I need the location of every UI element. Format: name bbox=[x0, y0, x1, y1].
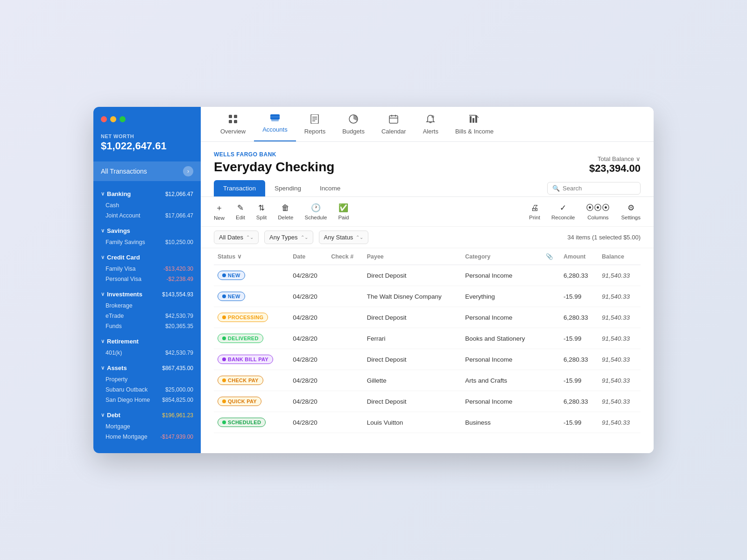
svg-rect-3 bbox=[234, 120, 237, 123]
status-badge: BANK BILL PAY bbox=[218, 355, 273, 364]
sidebar-group-debt[interactable]: Debt $196,961.23 bbox=[93, 409, 201, 421]
nav-item-accounts[interactable]: Accounts bbox=[254, 107, 296, 141]
sidebar-section-savings: Savings Family Savings $10,250.00 bbox=[93, 223, 201, 249]
status-dot-icon bbox=[222, 273, 226, 277]
print-button[interactable]: 🖨 Print bbox=[529, 203, 540, 220]
svg-rect-6 bbox=[270, 117, 280, 117]
sidebar-item-funds-label: Funds bbox=[106, 323, 122, 329]
sidebar-item-home-mortgage[interactable]: Home Mortgage -$147,939.00 bbox=[93, 432, 201, 442]
sidebar-item-family-visa-amount: -$13,420.30 bbox=[163, 266, 193, 272]
cell-amount: 6,280.33 bbox=[560, 391, 598, 412]
sidebar-item-etrade-label: eTrade bbox=[106, 313, 124, 319]
status-dot-icon bbox=[222, 378, 226, 382]
svg-rect-17 bbox=[470, 116, 472, 123]
minimize-button[interactable] bbox=[110, 116, 116, 122]
transaction-table: Status ∨ Date Check # Payee Category 📎 A… bbox=[214, 248, 641, 433]
schedule-label: Schedule bbox=[304, 215, 327, 220]
sidebar-item-cash[interactable]: Cash bbox=[93, 200, 201, 210]
cell-balance: 91,540.33 bbox=[598, 265, 641, 286]
nav-item-bills[interactable]: Bills & Income bbox=[447, 107, 502, 141]
filter-status[interactable]: Any Status ⌃⌄ bbox=[319, 231, 369, 244]
sidebar-section-retirement: Retirement 401(k) $42,530.79 bbox=[93, 333, 201, 360]
edit-button[interactable]: ✎ Edit bbox=[236, 203, 245, 220]
delete-button[interactable]: 🗑 Delete bbox=[278, 203, 293, 220]
nav-item-alerts[interactable]: Alerts bbox=[415, 107, 447, 141]
sidebar-item-mortgage[interactable]: Mortgage bbox=[93, 421, 201, 432]
columns-button[interactable]: ⦿⦿⦿ Columns bbox=[586, 203, 610, 220]
filter-date-label: All Dates bbox=[219, 234, 243, 241]
tab-transaction[interactable]: Transaction bbox=[214, 180, 265, 196]
nav-item-calendar-label: Calendar bbox=[381, 128, 406, 135]
sidebar-group-credit[interactable]: Credit Card bbox=[93, 251, 201, 264]
nav-item-calendar[interactable]: Calendar bbox=[373, 107, 415, 141]
cell-amount: -15.99 bbox=[560, 412, 598, 433]
sidebar-item-subaru[interactable]: Subaru Outback $25,000.00 bbox=[93, 385, 201, 395]
sidebar-item-joint-account-label: Joint Account bbox=[106, 212, 140, 219]
cell-attach bbox=[542, 265, 560, 286]
sidebar-group-banking[interactable]: Banking $12,066.47 bbox=[93, 188, 201, 200]
paid-button[interactable]: ✅ Paid bbox=[338, 203, 349, 220]
sidebar-section-investments: Investments $143,554.93 Brokerage eTrade… bbox=[93, 286, 201, 333]
table-row[interactable]: SCHEDULED 04/28/20 Louis Vuitton Busines… bbox=[214, 412, 641, 433]
cell-date: 04/28/20 bbox=[289, 286, 327, 307]
search-input[interactable] bbox=[563, 185, 635, 192]
svg-rect-5 bbox=[271, 118, 279, 121]
table-row[interactable]: QUICK PAY 04/28/20 Direct Deposit Person… bbox=[214, 391, 641, 412]
sidebar-item-home-label: San Diego Home bbox=[106, 397, 150, 403]
cell-balance: 91,540.33 bbox=[598, 286, 641, 307]
sidebar-item-personal-visa[interactable]: Personal Visa -$2,238.49 bbox=[93, 274, 201, 284]
all-transactions[interactable]: All Transactions › bbox=[93, 161, 201, 181]
sidebar-group-savings-label: Savings bbox=[101, 227, 130, 234]
sidebar-group-investments[interactable]: Investments $143,554.93 bbox=[93, 288, 201, 301]
maximize-button[interactable] bbox=[120, 116, 126, 122]
cell-payee: Louis Vuitton bbox=[363, 412, 462, 433]
nav-item-reports[interactable]: Reports bbox=[296, 107, 334, 141]
status-dot-icon bbox=[222, 357, 226, 361]
nav-item-reports-label: Reports bbox=[304, 128, 326, 135]
sidebar-item-401k[interactable]: 401(k) $42,530.79 bbox=[93, 348, 201, 358]
sidebar-item-joint-account[interactable]: Joint Account $17,066.47 bbox=[93, 210, 201, 221]
sidebar-section-credit: Credit Card Family Visa -$13,420.30 Pers… bbox=[93, 249, 201, 286]
schedule-button[interactable]: 🕐 Schedule bbox=[304, 203, 327, 220]
reconcile-button[interactable]: ✓ Reconcile bbox=[551, 203, 575, 220]
reports-icon bbox=[310, 114, 319, 126]
sidebar-group-savings[interactable]: Savings bbox=[93, 224, 201, 237]
svg-rect-0 bbox=[229, 115, 232, 118]
sidebar-item-family-visa[interactable]: Family Visa -$13,420.30 bbox=[93, 264, 201, 274]
tab-income[interactable]: Income bbox=[310, 180, 350, 196]
sidebar-item-family-savings[interactable]: Family Savings $10,250.00 bbox=[93, 237, 201, 247]
sidebar-item-brokerage[interactable]: Brokerage bbox=[93, 301, 201, 311]
sidebar-item-property[interactable]: Property bbox=[93, 374, 201, 385]
nav-item-overview[interactable]: Overview bbox=[212, 107, 254, 141]
nav-item-budgets[interactable]: Budgets bbox=[334, 107, 373, 141]
close-button[interactable] bbox=[101, 116, 107, 122]
sidebar-item-home[interactable]: San Diego Home $854,825.00 bbox=[93, 395, 201, 405]
settings-button[interactable]: ⚙ Settings bbox=[621, 203, 641, 220]
table-row[interactable]: NEW 04/28/20 The Walt Disney Company Eve… bbox=[214, 286, 641, 307]
split-button[interactable]: ⇅ Split bbox=[256, 203, 267, 220]
sidebar-item-funds[interactable]: Funds $20,365.35 bbox=[93, 321, 201, 331]
cell-payee: Gillette bbox=[363, 370, 462, 391]
sidebar-item-etrade[interactable]: eTrade $42,530.79 bbox=[93, 311, 201, 321]
sidebar-group-assets[interactable]: Assets $867,435.00 bbox=[93, 362, 201, 374]
cell-balance: 91,540.33 bbox=[598, 328, 641, 349]
cell-date: 04/28/20 bbox=[289, 265, 327, 286]
cell-attach bbox=[542, 391, 560, 412]
col-status[interactable]: Status ∨ bbox=[214, 248, 289, 265]
new-button[interactable]: ＋ New bbox=[214, 203, 225, 221]
account-info: WELLS FARGO BANK Everyday Checking bbox=[214, 151, 334, 175]
cell-balance: 91,540.33 bbox=[598, 370, 641, 391]
col-check: Check # bbox=[327, 248, 363, 265]
filter-date[interactable]: All Dates ⌃⌄ bbox=[214, 231, 259, 244]
cell-check bbox=[327, 328, 363, 349]
table-row[interactable]: NEW 04/28/20 Direct Deposit Personal Inc… bbox=[214, 265, 641, 286]
table-row[interactable]: CHECK PAY 04/28/20 Gillette Arts and Cra… bbox=[214, 370, 641, 391]
table-row[interactable]: PROCESSING 04/28/20 Direct Deposit Perso… bbox=[214, 307, 641, 328]
table-row[interactable]: DELIVERED 04/28/20 Ferrari Books and Sta… bbox=[214, 328, 641, 349]
table-row[interactable]: BANK BILL PAY 04/28/20 Direct Deposit Pe… bbox=[214, 349, 641, 370]
sidebar-group-retirement[interactable]: Retirement bbox=[93, 335, 201, 348]
status-badge: PROCESSING bbox=[218, 313, 268, 322]
filter-type[interactable]: Any Types ⌃⌄ bbox=[264, 231, 313, 244]
tab-spending[interactable]: Spending bbox=[265, 180, 310, 196]
sidebar-item-home-mortgage-label: Home Mortgage bbox=[106, 434, 148, 440]
